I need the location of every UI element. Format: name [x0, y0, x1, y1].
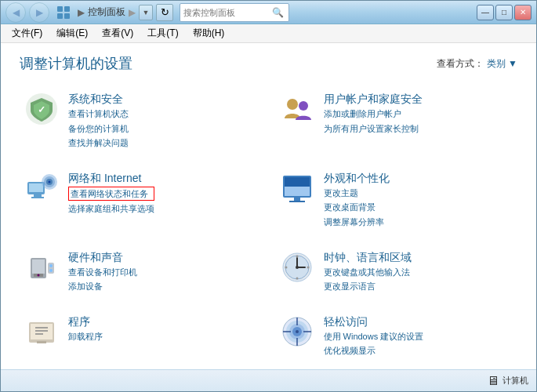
- system-security-title: 系统和安全: [68, 92, 129, 106]
- svg-rect-21: [289, 201, 305, 202]
- status-bar: 🖥 计算机: [1, 369, 536, 391]
- system-security-link-1[interactable]: 备份您的计算机: [68, 122, 129, 136]
- ease-of-access-title: 轻松访问: [324, 314, 424, 328]
- svg-point-25: [38, 274, 40, 276]
- menu-tools[interactable]: 工具(T): [143, 25, 183, 42]
- address-label: 控制面板: [88, 5, 125, 19]
- network-internet-text: 网络和 Internet 查看网络状态和任务 选择家庭组和共享选项: [68, 169, 154, 216]
- network-internet-link-1[interactable]: 选择家庭组和共享选项: [68, 202, 154, 216]
- minimize-button[interactable]: —: [477, 5, 494, 20]
- appearance-link-2[interactable]: 调整屏幕分辨率: [324, 216, 390, 229]
- address-separator2: ▶: [129, 7, 136, 18]
- category-hardware-sound[interactable]: 硬件和声音 查看设备和打印机 添加设备: [13, 241, 269, 305]
- category-appearance[interactable]: 外观和个性化 更改主题 更改桌面背景 调整屏幕分辨率: [269, 162, 524, 241]
- status-computer-label: 计算机: [503, 375, 528, 387]
- system-security-text: 系统和安全 查看计算机状态 备份您的计算机 查找并解决问题: [68, 90, 129, 150]
- menu-help[interactable]: 帮助(H): [188, 25, 230, 42]
- appearance-link-1[interactable]: 更改桌面背景: [324, 201, 390, 214]
- content-header: 调整计算机的设置 查看方式： 类别 ▼: [1, 43, 536, 79]
- page-title: 调整计算机的设置: [20, 54, 132, 73]
- svg-rect-23: [32, 260, 45, 274]
- clock-language-link-0[interactable]: 更改键盘或其他输入法: [324, 266, 412, 279]
- view-mode-label: 查看方式：: [437, 57, 484, 71]
- hardware-sound-link-0[interactable]: 查看设备和打印机: [68, 266, 137, 279]
- system-security-link-0[interactable]: 查看计算机状态: [68, 107, 129, 121]
- svg-point-48: [296, 330, 299, 333]
- category-system-security[interactable]: ✓ 系统和安全 查看计算机状态 备份您的计算机 查找并解决问题: [13, 82, 269, 162]
- maximize-button[interactable]: □: [495, 5, 513, 20]
- search-input[interactable]: [183, 8, 270, 17]
- hardware-sound-title: 硬件和声音: [68, 250, 137, 264]
- category-user-accounts[interactable]: 用户帐户和家庭安全 添加或删除用户帐户 为所有用户设置家长控制: [269, 82, 524, 162]
- address-dropdown[interactable]: ▼: [139, 5, 153, 20]
- svg-point-36: [285, 266, 287, 268]
- svg-rect-3: [64, 13, 70, 19]
- svg-rect-39: [31, 324, 53, 339]
- svg-point-6: [287, 99, 298, 110]
- ease-of-access-link-1[interactable]: 优化视频显示: [324, 344, 424, 358]
- search-icon[interactable]: 🔍: [270, 5, 285, 20]
- title-bar: ◀ ▶ ▶ 控制面板 ▶ ▼ ↻ 🔍 —: [1, 1, 536, 24]
- svg-point-15: [49, 180, 51, 183]
- menu-edit[interactable]: 编辑(E): [52, 25, 93, 42]
- appearance-icon: [278, 169, 316, 207]
- svg-point-37: [307, 266, 309, 268]
- svg-point-34: [296, 255, 298, 257]
- ease-of-access-text: 轻松访问 使用 Windows 建议的设置 优化视频显示: [324, 313, 424, 358]
- hardware-sound-icon: [23, 249, 60, 286]
- menu-view[interactable]: 查看(V): [97, 25, 138, 42]
- svg-point-28: [49, 269, 53, 272]
- appearance-title: 外观和个性化: [324, 171, 390, 185]
- user-accounts-link-1[interactable]: 为所有用户设置家长控制: [324, 122, 423, 136]
- forward-button[interactable]: ▶: [29, 2, 49, 23]
- category-ease-of-access[interactable]: 轻松访问 使用 Windows 建议的设置 优化视频显示: [269, 305, 524, 369]
- svg-rect-11: [31, 197, 44, 198]
- svg-text:✓: ✓: [38, 104, 45, 115]
- svg-rect-9: [29, 183, 43, 192]
- window-controls: — □ ✕: [477, 5, 532, 20]
- category-network-internet[interactable]: 网络和 Internet 查看网络状态和任务 选择家庭组和共享选项: [13, 162, 269, 241]
- clock-language-text: 时钟、语言和区域 更改键盘或其他输入法 更改显示语言: [324, 249, 412, 293]
- clock-language-link-1[interactable]: 更改显示语言: [324, 280, 412, 293]
- svg-point-27: [49, 264, 53, 267]
- category-programs[interactable]: 程序 卸载程序: [13, 305, 269, 369]
- menu-file[interactable]: 文件(F): [7, 25, 47, 42]
- hardware-sound-link-1[interactable]: 添加设备: [68, 280, 137, 293]
- svg-rect-20: [294, 198, 300, 201]
- category-clock-language[interactable]: 时钟、语言和区域 更改键盘或其他输入法 更改显示语言: [269, 241, 524, 305]
- svg-point-7: [299, 101, 308, 111]
- back-button[interactable]: ◀: [5, 2, 26, 23]
- user-accounts-text: 用户帐户和家庭安全 添加或删除用户帐户 为所有用户设置家长控制: [324, 90, 423, 135]
- programs-title: 程序: [68, 314, 103, 328]
- system-security-link-2[interactable]: 查找并解决问题: [68, 136, 129, 150]
- user-accounts-link-0[interactable]: 添加或删除用户帐户: [324, 107, 423, 121]
- content-area: 调整计算机的设置 查看方式： 类别 ▼ ✓ 系统和安全: [1, 43, 536, 369]
- categories-grid: ✓ 系统和安全 查看计算机状态 备份您的计算机 查找并解决问题: [1, 79, 536, 369]
- programs-text: 程序 卸载程序: [68, 313, 103, 343]
- view-mode-value[interactable]: 类别 ▼: [487, 57, 517, 71]
- svg-rect-18: [285, 177, 310, 187]
- svg-rect-0: [57, 6, 63, 12]
- svg-rect-19: [285, 187, 310, 196]
- system-security-icon: ✓: [23, 90, 60, 128]
- refresh-button[interactable]: ↻: [156, 4, 173, 21]
- programs-link-0[interactable]: 卸载程序: [68, 330, 103, 343]
- close-button[interactable]: ✕: [514, 5, 532, 20]
- svg-point-35: [296, 277, 298, 279]
- svg-rect-43: [37, 341, 46, 343]
- svg-rect-1: [64, 6, 70, 12]
- appearance-text: 外观和个性化 更改主题 更改桌面背景 调整屏幕分辨率: [324, 169, 390, 229]
- user-accounts-icon: [278, 90, 316, 128]
- ease-of-access-icon: [278, 313, 316, 350]
- ease-of-access-link-0[interactable]: 使用 Windows 建议的设置: [324, 330, 424, 343]
- address-separator: ▶: [78, 7, 85, 18]
- appearance-link-0[interactable]: 更改主题: [324, 187, 390, 200]
- svg-point-33: [296, 266, 299, 269]
- network-internet-title: 网络和 Internet: [68, 171, 154, 185]
- programs-icon: [23, 313, 60, 350]
- hardware-sound-text: 硬件和声音 查看设备和打印机 添加设备: [68, 249, 137, 293]
- view-mode-control: 查看方式： 类别 ▼: [437, 57, 517, 71]
- status-computer: 🖥 计算机: [487, 374, 528, 388]
- network-internet-link-0[interactable]: 查看网络状态和任务: [68, 187, 154, 201]
- user-accounts-title: 用户帐户和家庭安全: [324, 92, 423, 106]
